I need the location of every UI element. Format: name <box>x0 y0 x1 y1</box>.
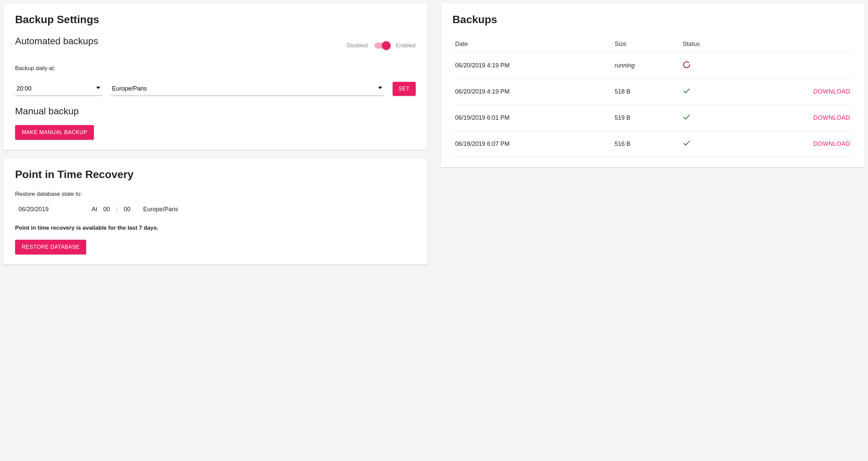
table-row: 06/20/2019 4:19 PM518 BDOWNLOAD <box>453 79 853 105</box>
manual-backup-heading: Manual backup <box>15 106 416 117</box>
backup-action <box>740 53 853 79</box>
set-schedule-button[interactable]: Set <box>393 82 416 96</box>
table-row: 06/19/2019 6:01 PM519 BDOWNLOAD <box>453 105 853 131</box>
pitr-timezone: Europe/Paris <box>143 206 178 213</box>
check-icon <box>683 116 691 122</box>
schedule-label: Backup daily at: <box>15 65 416 72</box>
backups-table: Date Size Status 06/20/2019 4:19 PMrunni… <box>453 36 853 157</box>
backup-settings-card: Backup Settings Automated backups Disabl… <box>3 3 428 150</box>
make-manual-backup-button[interactable]: Make manual backup <box>15 125 94 140</box>
backup-date: 06/19/2019 6:01 PM <box>453 105 612 131</box>
pitr-time-separator: : <box>116 206 118 213</box>
backup-status <box>680 105 740 131</box>
backup-size: 516 B <box>612 131 680 157</box>
pitr-hour-input[interactable]: 00 <box>103 206 110 213</box>
backup-size: 519 B <box>612 105 680 131</box>
backup-time-select[interactable] <box>15 83 102 96</box>
toggle-label-disabled: Disabled <box>347 42 368 49</box>
backup-status <box>680 53 740 79</box>
restore-database-button[interactable]: Restore database <box>15 240 86 254</box>
pitr-date-input[interactable]: 06/20/2019 <box>19 206 86 213</box>
backup-status <box>680 79 740 105</box>
pitr-note: Point in time recovery is available for … <box>15 225 416 231</box>
col-action <box>740 36 853 53</box>
backups-list-card: Backups Date Size Status 06/20/2019 4:19… <box>441 3 865 167</box>
table-row: 06/20/2019 4:19 PMrunning <box>453 53 853 79</box>
download-link[interactable]: DOWNLOAD <box>813 88 850 95</box>
pitr-title: Point in Time Recovery <box>15 168 416 181</box>
backups-title: Backups <box>453 13 853 26</box>
backup-timezone-select[interactable] <box>111 83 384 96</box>
automated-backups-heading: Automated backups <box>15 36 98 47</box>
pitr-label: Restore database state to: <box>15 191 416 197</box>
backup-date: 06/18/2019 6:07 PM <box>453 131 612 157</box>
automated-toggle-group: Disabled Enabled <box>347 42 416 49</box>
backup-action: DOWNLOAD <box>740 79 853 105</box>
pitr-at-label: At <box>92 206 97 213</box>
pitr-card: Point in Time Recovery Restore database … <box>3 158 428 265</box>
toggle-knob <box>382 41 391 50</box>
col-status: Status <box>680 36 740 53</box>
backup-action: DOWNLOAD <box>740 105 853 131</box>
download-link[interactable]: DOWNLOAD <box>813 141 850 147</box>
backup-date: 06/20/2019 4:19 PM <box>453 79 612 105</box>
automated-backups-toggle[interactable] <box>374 42 389 49</box>
backup-size: running <box>612 53 680 79</box>
download-link[interactable]: DOWNLOAD <box>813 114 850 121</box>
backup-date: 06/20/2019 4:19 PM <box>453 53 612 79</box>
check-icon <box>683 90 691 96</box>
pitr-minute-input[interactable]: 00 <box>124 206 130 213</box>
backup-settings-title: Backup Settings <box>15 13 416 26</box>
backup-size: 518 B <box>612 79 680 105</box>
check-icon <box>683 142 691 149</box>
toggle-label-enabled: Enabled <box>396 42 416 49</box>
col-date: Date <box>453 36 612 53</box>
spinner-icon <box>683 63 691 70</box>
backup-action: DOWNLOAD <box>740 131 853 157</box>
backup-status <box>680 131 740 157</box>
table-row: 06/18/2019 6:07 PM516 BDOWNLOAD <box>453 131 853 157</box>
col-size: Size <box>612 36 680 53</box>
